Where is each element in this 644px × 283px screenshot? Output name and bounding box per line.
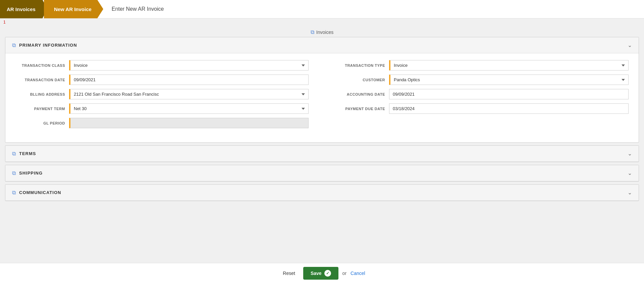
shipping-header[interactable]: ⧉ SHIPPING ⌄ [5, 165, 639, 181]
accounting-date-field: 09/09/2021 [389, 89, 629, 99]
breadcrumb-new-ar-invoice[interactable]: New AR Invoice [44, 0, 103, 18]
primary-information-section: ⧉ PRIMARY INFORMATION ⌄ TRANSACTION CLAS… [5, 37, 639, 143]
payment-term-field: Net 30 Net 60 Net 90 [69, 103, 309, 114]
payment-due-date-row: PAYMENT DUE DATE 03/18/2024 [335, 103, 629, 114]
primary-information-icon: ⧉ [12, 42, 16, 48]
invoices-tab-label: Invoices [316, 30, 333, 35]
transaction-type-label: TRANSACTION TYPE [335, 63, 389, 67]
terms-icon: ⧉ [12, 151, 16, 157]
transaction-class-row: TRANSACTION CLASS Invoice Credit Memo De… [15, 60, 309, 70]
shipping-header-left: ⧉ SHIPPING [12, 170, 43, 176]
primary-information-form: TRANSACTION CLASS Invoice Credit Memo De… [15, 60, 629, 132]
communication-header[interactable]: ⧉ COMMUNICATION ⌄ [5, 185, 639, 201]
communication-section: ⧉ COMMUNICATION ⌄ [5, 184, 639, 201]
invoices-tab[interactable]: ⧉ Invoices [311, 29, 333, 35]
customer-select[interactable]: Panda Optics [389, 75, 629, 85]
transaction-date-label: TRANSACTION DATE [15, 78, 69, 82]
primary-information-header[interactable]: ⧉ PRIMARY INFORMATION ⌄ [5, 37, 639, 53]
payment-term-row: PAYMENT TERM Net 30 Net 60 Net 90 [15, 103, 309, 114]
transaction-class-label: TRANSACTION CLASS [15, 63, 69, 67]
invoices-tab-icon: ⧉ [311, 29, 314, 35]
accounting-date-row: ACCOUNTING DATE 09/09/2021 [335, 89, 629, 99]
primary-information-body: TRANSACTION CLASS Invoice Credit Memo De… [5, 53, 639, 142]
form-left: TRANSACTION CLASS Invoice Credit Memo De… [15, 60, 309, 132]
transaction-class-field: Invoice Credit Memo Debit Memo [69, 60, 309, 70]
terms-title: TERMS [19, 151, 36, 156]
breadcrumb-ar-invoices-label: AR Invoices [7, 6, 36, 12]
gl-period-label: GL PERIOD [15, 121, 69, 125]
page-title: Enter New AR Invoice [112, 6, 164, 12]
transaction-type-row: TRANSACTION TYPE Invoice Credit Memo [335, 60, 629, 70]
payment-due-date-label: PAYMENT DUE DATE [335, 107, 389, 111]
main-content: ⧉ PRIMARY INFORMATION ⌄ TRANSACTION CLAS… [0, 37, 644, 231]
transaction-date-field: 09/09/2021 [69, 75, 309, 85]
form-right: TRANSACTION TYPE Invoice Credit Memo CUS… [335, 60, 629, 132]
terms-chevron: ⌄ [628, 150, 632, 157]
terms-header[interactable]: ⧉ TERMS ⌄ [5, 146, 639, 162]
shipping-title: SHIPPING [19, 171, 43, 176]
breadcrumb: AR Invoices New AR Invoice Enter New AR … [0, 0, 644, 18]
billing-address-label: BLLING ADDRESS [15, 92, 69, 96]
terms-section: ⧉ TERMS ⌄ [5, 145, 639, 162]
billing-address-field: 2121 Old San Francisco Road San Francisc [69, 89, 309, 99]
payment-due-date-input[interactable]: 03/18/2024 [389, 103, 629, 114]
section-tabs: ⧉ Invoices [0, 26, 644, 37]
billing-address-select[interactable]: 2121 Old San Francisco Road San Francisc [69, 89, 309, 99]
transaction-date-row: TRANSACTION DATE 09/09/2021 [15, 75, 309, 85]
transaction-date-input[interactable]: 09/09/2021 [69, 75, 309, 85]
breadcrumb-ar-invoices[interactable]: AR Invoices [0, 0, 47, 18]
customer-label: CUSTOMER [335, 78, 389, 82]
page-indicator: 1 [0, 18, 644, 26]
communication-header-left: ⧉ COMMUNICATION [12, 190, 61, 196]
gl-period-field [69, 118, 309, 128]
payment-term-label: PAYMENT TERM [15, 107, 69, 111]
accounting-date-label: ACCOUNTING DATE [335, 92, 389, 96]
transaction-type-select[interactable]: Invoice Credit Memo [389, 60, 629, 70]
communication-icon: ⧉ [12, 190, 16, 196]
payment-term-select[interactable]: Net 30 Net 60 Net 90 [69, 103, 309, 114]
customer-row: CUSTOMER Panda Optics [335, 75, 629, 85]
primary-information-header-left: ⧉ PRIMARY INFORMATION [12, 42, 77, 48]
transaction-type-field: Invoice Credit Memo [389, 60, 629, 70]
communication-chevron: ⌄ [628, 189, 632, 196]
primary-information-chevron: ⌄ [628, 42, 632, 48]
gl-period-input[interactable] [69, 118, 309, 128]
breadcrumb-new-ar-invoice-label: New AR Invoice [54, 6, 92, 12]
customer-field: Panda Optics [389, 75, 629, 85]
shipping-section: ⧉ SHIPPING ⌄ [5, 165, 639, 182]
payment-due-date-field: 03/18/2024 [389, 103, 629, 114]
gl-period-row: GL PERIOD [15, 118, 309, 128]
shipping-chevron: ⌄ [628, 170, 632, 176]
terms-header-left: ⧉ TERMS [12, 151, 36, 157]
billing-address-row: BLLING ADDRESS 2121 Old San Francisco Ro… [15, 89, 309, 99]
primary-information-title: PRIMARY INFORMATION [19, 43, 77, 48]
communication-title: COMMUNICATION [19, 190, 61, 195]
accounting-date-input[interactable]: 09/09/2021 [389, 89, 629, 99]
shipping-icon: ⧉ [12, 170, 16, 176]
transaction-class-select[interactable]: Invoice Credit Memo Debit Memo [69, 60, 309, 70]
